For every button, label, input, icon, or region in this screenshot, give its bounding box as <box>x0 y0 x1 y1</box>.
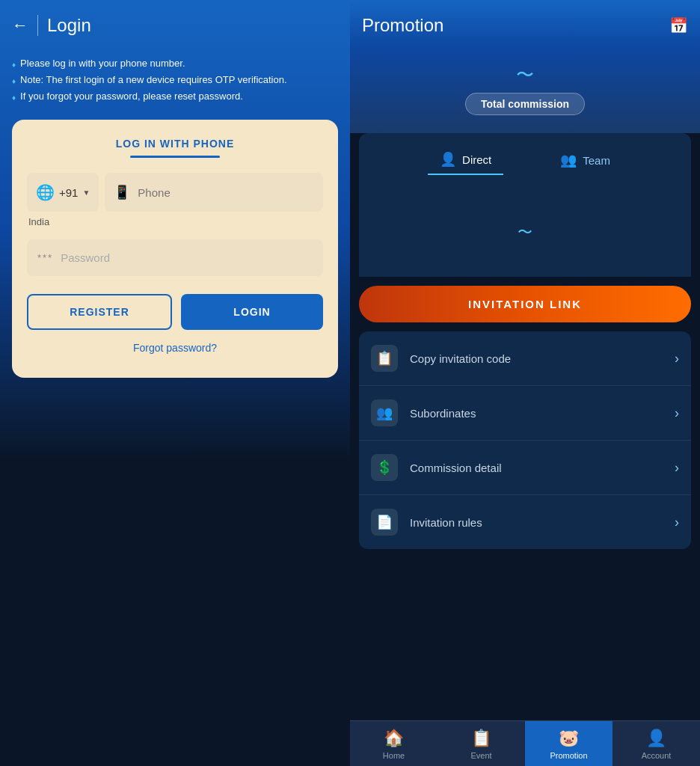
tab-team[interactable]: 👥 Team <box>548 145 622 175</box>
menu-item-copy-invitation[interactable]: 📋 Copy invitation code › <box>359 331 691 386</box>
country-code: +91 <box>59 186 78 199</box>
loading-wave-content: 〜 <box>518 222 532 242</box>
menu-item-commission[interactable]: 💲 Commission detail › <box>359 441 691 495</box>
calendar-icon[interactable]: 📅 <box>669 16 688 34</box>
bullet-icon: ♦ <box>12 58 16 71</box>
right-page-title: Promotion <box>362 15 443 36</box>
nav-promotion-label: Promotion <box>550 751 587 760</box>
info-line-1: Please log in with your phone number. <box>20 55 185 72</box>
menu-label-subordinates: Subordinates <box>410 407 663 420</box>
copy-icon: 📋 <box>371 345 398 372</box>
tabs-section: 👤 Direct 👥 Team <box>359 133 691 187</box>
tabs-row: 👤 Direct 👥 Team <box>374 145 676 175</box>
bottom-nav: 🏠 Home 📋 Event 🐷 Promotion 👤 Account <box>350 720 700 766</box>
nav-event-label: Event <box>470 751 491 760</box>
chevron-right-icon-2: › <box>675 405 679 421</box>
tab-direct[interactable]: 👤 Direct <box>428 145 503 175</box>
login-tab-label: LOG IN WITH PHONE <box>116 138 235 150</box>
nav-account[interactable]: 👤 Account <box>612 721 700 766</box>
account-icon: 👤 <box>646 729 666 748</box>
chevron-down-icon: ▼ <box>82 189 90 197</box>
event-icon: 📋 <box>471 729 491 748</box>
rules-icon: 📄 <box>371 509 398 536</box>
chevron-right-icon-4: › <box>675 515 679 530</box>
info-line-2: Note: The first login of a new device re… <box>20 72 286 88</box>
nav-home[interactable]: 🏠 Home <box>350 721 438 766</box>
content-area: 〜 <box>359 187 691 277</box>
nav-home-label: Home <box>383 751 405 760</box>
info-box: ♦Please log in with your phone number. ♦… <box>0 48 350 120</box>
country-name: India <box>27 216 49 227</box>
right-header: Promotion 📅 <box>350 0 700 48</box>
back-button[interactable]: ← <box>12 16 28 35</box>
menu-label-commission: Commission detail <box>410 462 663 474</box>
nav-account-label: Account <box>642 751 672 760</box>
password-row[interactable]: *** Password <box>27 239 323 276</box>
register-button[interactable]: REGISTER <box>27 294 172 330</box>
page-title: Login <box>47 15 91 36</box>
bullet-icon-2: ♦ <box>12 75 16 88</box>
menu-list: 📋 Copy invitation code › 👥 Subordinates … <box>359 331 691 549</box>
login-tab-underline <box>130 156 220 158</box>
password-placeholder: Password <box>61 251 110 264</box>
login-button[interactable]: LOGIN <box>181 294 323 330</box>
chevron-right-icon-1: › <box>675 351 679 367</box>
phone-row: 🌐 +91 ▼ 📱 <box>27 173 323 212</box>
bullet-icon-3: ♦ <box>12 91 16 104</box>
total-commission-badge: Total commission <box>465 93 585 115</box>
action-row: REGISTER LOGIN <box>27 294 323 330</box>
chevron-right-icon-3: › <box>675 460 679 476</box>
password-dots: *** <box>37 252 53 263</box>
tab-team-label: Team <box>583 154 610 167</box>
loading-wave-top: 〜 <box>516 63 534 87</box>
phone-input-wrap[interactable]: 📱 <box>105 173 323 212</box>
tab-direct-label: Direct <box>462 153 491 166</box>
left-header: ← Login <box>0 0 350 48</box>
home-icon: 🏠 <box>384 729 404 748</box>
left-panel: ← Login ♦Please log in with your phone n… <box>0 0 350 766</box>
menu-label-copy: Copy invitation code <box>410 352 663 365</box>
info-line-3: If you forgot your password, please rese… <box>20 88 243 105</box>
menu-item-rules[interactable]: 📄 Invitation rules › <box>359 495 691 549</box>
invitation-link-button[interactable]: INVITATION LINK <box>359 286 691 322</box>
login-card: LOG IN WITH PHONE 🌐 +91 ▼ 📱 India *** Pa… <box>12 120 338 378</box>
person-icon: 👤 <box>440 151 456 168</box>
promotion-icon: 🐷 <box>559 729 579 748</box>
nav-promotion[interactable]: 🐷 Promotion <box>525 721 612 766</box>
menu-item-subordinates[interactable]: 👥 Subordinates › <box>359 386 691 441</box>
commission-section: 〜 Total commission <box>350 48 700 133</box>
nav-event[interactable]: 📋 Event <box>438 721 525 766</box>
phone-input[interactable] <box>138 186 314 199</box>
menu-label-rules: Invitation rules <box>410 516 663 529</box>
commission-icon: 💲 <box>371 454 398 481</box>
forgot-password-link[interactable]: Forgot password? <box>133 342 217 354</box>
right-panel: Promotion 📅 〜 Total commission 👤 Direct … <box>350 0 700 766</box>
header-divider <box>37 15 38 36</box>
country-selector[interactable]: 🌐 +91 ▼ <box>27 173 99 212</box>
phone-icon: 📱 <box>114 184 130 200</box>
globe-icon: 🌐 <box>36 183 55 201</box>
team-icon: 👥 <box>560 152 577 168</box>
subordinates-icon: 👥 <box>371 399 398 426</box>
